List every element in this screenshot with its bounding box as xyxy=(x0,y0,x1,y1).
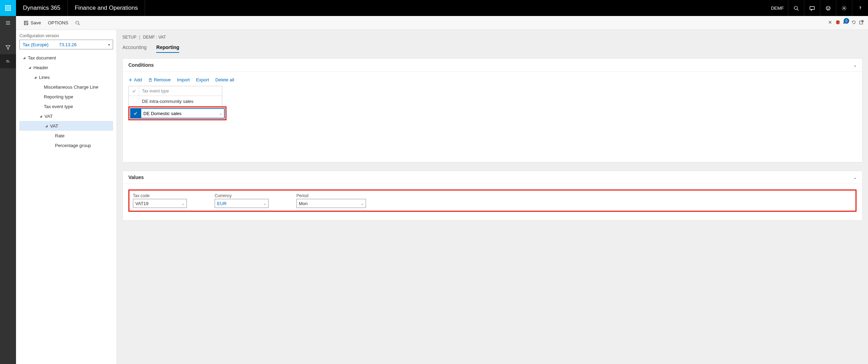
popout-icon[interactable] xyxy=(859,20,864,26)
svg-point-25 xyxy=(76,21,79,24)
period-label: Period xyxy=(296,193,366,198)
tree-percentage-group[interactable]: Percentage group xyxy=(19,140,113,150)
tree-tax-document[interactable]: ◢Tax document xyxy=(19,53,113,63)
product-name[interactable]: Dynamics 365 xyxy=(16,0,67,16)
svg-point-16 xyxy=(860,9,860,10)
office-icon[interactable] xyxy=(835,20,840,26)
svg-point-9 xyxy=(794,6,797,9)
breadcrumb-setup[interactable]: SETUP xyxy=(122,35,136,40)
chevron-down-icon: ⌄ xyxy=(361,202,364,205)
breadcrumb: SETUP | DEMF : VAT xyxy=(122,30,862,42)
link-icon[interactable] xyxy=(828,20,833,26)
breadcrumb-entity: DEMF : VAT xyxy=(143,35,166,40)
svg-rect-0 xyxy=(5,5,7,7)
add-button[interactable]: Add xyxy=(128,77,142,82)
section-conditions-title: Conditions xyxy=(128,62,154,68)
select-all-checkbox[interactable] xyxy=(129,86,139,96)
notifications-icon[interactable]: 0 xyxy=(843,19,849,26)
cell-tax-event-type[interactable]: DE intra-community sales xyxy=(139,96,222,106)
chevron-down-icon[interactable]: ⌄ xyxy=(219,112,222,115)
config-version-label: Configuration version xyxy=(19,33,113,38)
breadcrumb-separator: | xyxy=(139,35,140,40)
svg-point-13 xyxy=(827,7,828,8)
save-label: Save xyxy=(31,20,41,25)
period-value: Mon xyxy=(299,201,308,206)
section-values: Values ⌃ Tax code VAT19 ⌄ xyxy=(122,171,862,220)
tree-vat[interactable]: ◢VAT xyxy=(19,121,113,131)
svg-line-26 xyxy=(79,24,80,25)
cell-tax-event-type-editor[interactable]: ⌄ xyxy=(141,108,225,119)
collapse-icon[interactable]: ⌃ xyxy=(854,63,857,67)
lines-icon[interactable] xyxy=(0,54,16,68)
tax-code-label: Tax code xyxy=(133,193,187,198)
search-command-icon[interactable] xyxy=(72,21,83,25)
tab-accounting[interactable]: Accounting xyxy=(122,42,146,53)
remove-button[interactable]: Remove xyxy=(148,77,170,82)
period-dropdown[interactable]: Mon ⌄ xyxy=(296,199,366,208)
tree-tax-event-type[interactable]: Tax event type xyxy=(19,102,113,111)
svg-point-15 xyxy=(844,7,845,9)
chevron-down-icon: ▾ xyxy=(108,43,110,47)
currency-value: EUR xyxy=(217,201,226,206)
tab-reporting[interactable]: Reporting xyxy=(156,42,179,53)
tree-reporting-type[interactable]: Reporting type xyxy=(19,92,113,102)
messages-icon[interactable] xyxy=(804,0,820,16)
save-button[interactable]: Save xyxy=(20,20,45,25)
delete-all-button[interactable]: Delete all xyxy=(215,77,234,82)
svg-rect-23 xyxy=(25,21,27,22)
svg-rect-7 xyxy=(7,9,9,11)
svg-rect-24 xyxy=(25,23,27,24)
settings-icon[interactable] xyxy=(836,0,852,16)
svg-rect-11 xyxy=(810,6,814,9)
app-launcher-button[interactable] xyxy=(0,0,16,16)
options-button[interactable]: OPTIONS xyxy=(45,20,72,25)
conditions-grid: Tax event type DE intra-community sales xyxy=(128,86,222,107)
svg-rect-8 xyxy=(9,9,11,11)
svg-rect-4 xyxy=(7,7,9,9)
notification-count: 0 xyxy=(844,18,849,24)
company-code[interactable]: DEMF xyxy=(767,6,788,11)
svg-rect-27 xyxy=(839,21,840,24)
config-name: Tax (Europe) xyxy=(23,42,48,47)
config-tree: ◢Tax document ◢Header ◢Lines Miscellaneo… xyxy=(19,53,113,150)
config-version: 73.13.26 xyxy=(59,42,77,47)
svg-rect-2 xyxy=(9,5,11,7)
refresh-icon[interactable] xyxy=(851,20,856,26)
import-button[interactable]: Import xyxy=(177,77,190,82)
row-select-active[interactable] xyxy=(130,108,141,119)
export-button[interactable]: Export xyxy=(196,77,209,82)
section-values-title: Values xyxy=(128,175,144,180)
tree-lines[interactable]: ◢Lines xyxy=(19,72,113,82)
svg-rect-1 xyxy=(7,5,9,7)
svg-point-14 xyxy=(829,7,829,8)
currency-dropdown[interactable]: EUR ⌄ xyxy=(215,199,269,208)
grid-row[interactable]: DE intra-community sales xyxy=(129,96,222,106)
tax-code-dropdown[interactable]: VAT19 ⌄ xyxy=(133,199,187,208)
row-select[interactable] xyxy=(129,96,139,106)
search-icon[interactable] xyxy=(788,0,804,16)
column-header-tax-event-type[interactable]: Tax event type xyxy=(139,86,222,96)
tax-event-type-input[interactable] xyxy=(143,111,219,116)
svg-rect-5 xyxy=(9,7,11,9)
svg-line-10 xyxy=(797,9,798,10)
chevron-down-icon: ⌄ xyxy=(263,202,266,205)
svg-rect-3 xyxy=(5,7,7,9)
hamburger-icon[interactable] xyxy=(0,16,16,30)
tree-header[interactable]: ◢Header xyxy=(19,63,113,72)
tree-vat-group[interactable]: ◢VAT xyxy=(19,111,113,121)
smiley-icon[interactable] xyxy=(820,0,836,16)
tax-code-value: VAT19 xyxy=(135,201,149,206)
svg-rect-6 xyxy=(5,9,7,11)
app-name[interactable]: Finance and Operations xyxy=(68,0,145,16)
svg-point-12 xyxy=(826,6,830,10)
tree-misc-charge-line[interactable]: Miscellaneous Charge Line xyxy=(19,82,113,92)
section-conditions: Conditions ⌃ Add Remove xyxy=(122,58,862,162)
svg-rect-31 xyxy=(149,79,151,81)
chevron-down-icon: ⌄ xyxy=(182,202,184,205)
currency-label: Currency xyxy=(215,193,269,198)
config-version-dropdown[interactable]: Tax (Europe) 73.13.26 ▾ xyxy=(19,40,113,49)
tree-rate[interactable]: Rate xyxy=(19,131,113,140)
collapse-icon[interactable]: ⌃ xyxy=(854,176,857,179)
filter-icon[interactable] xyxy=(0,40,16,54)
help-icon[interactable] xyxy=(852,0,868,16)
